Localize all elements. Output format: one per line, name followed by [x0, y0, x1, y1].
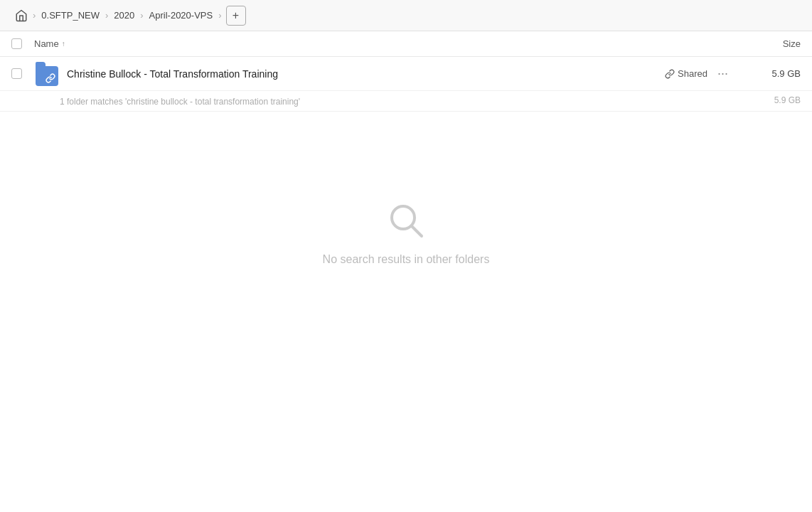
no-results-icon [385, 199, 427, 242]
folder-body [36, 66, 58, 86]
shared-label: Shared [678, 68, 707, 79]
row-checkbox[interactable] [11, 68, 22, 79]
column-header: Name ↑ Size [0, 31, 812, 57]
empty-state: No search results in other folders [0, 112, 812, 353]
breadcrumb-item-2020[interactable]: 2020 [109, 9, 139, 22]
svg-line-1 [412, 226, 422, 236]
match-count-text: 1 folder matches 'christine bullock - to… [60, 97, 300, 107]
separator-2: › [105, 10, 108, 21]
home-button[interactable] [11, 6, 31, 26]
file-name-label: Christine Bullock - Total Transformation… [67, 68, 665, 80]
shared-badge: Shared [665, 68, 707, 79]
folder-with-link-icon [36, 62, 58, 86]
add-breadcrumb-button[interactable]: + [226, 6, 246, 26]
breadcrumb-item-april[interactable]: April-2020-VPS [145, 9, 218, 22]
size-column-label: Size [783, 38, 801, 49]
folder-icon-wrap [34, 61, 60, 87]
file-actions-area: Shared ··· [665, 65, 732, 82]
no-results-message: No search results in other folders [323, 253, 490, 266]
row-checkbox-area[interactable] [11, 68, 28, 79]
size-column-header[interactable]: Size [744, 38, 801, 49]
link-icon [665, 69, 675, 79]
match-count-row: 5.9 GB 1 folder matches 'christine bullo… [0, 91, 812, 112]
select-all-checkbox[interactable] [11, 38, 22, 49]
name-column-header[interactable]: Name ↑ [34, 38, 744, 49]
name-column-label: Name [34, 38, 59, 49]
more-options-button[interactable]: ··· [713, 65, 732, 82]
file-size-value: 5.9 GB [744, 68, 801, 79]
header-checkbox[interactable] [11, 38, 28, 49]
separator-4: › [218, 10, 221, 21]
separator-3: › [140, 10, 143, 21]
separator-1: › [33, 10, 36, 21]
match-size-value: 5.9 GB [774, 95, 801, 105]
breadcrumb-bar: › 0.SFTP_NEW › 2020 › April-2020-VPS › + [0, 0, 812, 31]
breadcrumb-item-sftp[interactable]: 0.SFTP_NEW [37, 9, 104, 22]
file-row[interactable]: Christine Bullock - Total Transformation… [0, 57, 812, 91]
sort-arrow-icon: ↑ [62, 40, 65, 48]
